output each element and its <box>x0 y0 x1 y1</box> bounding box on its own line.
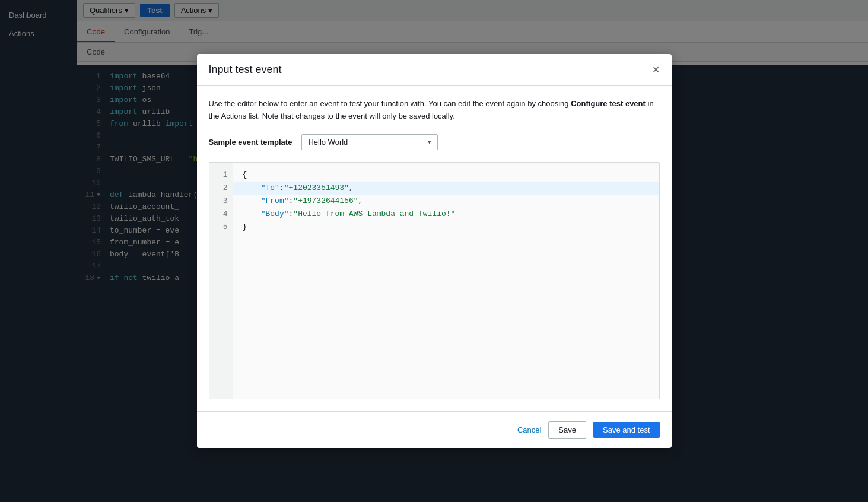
modal-title: Input test event <box>209 63 282 76</box>
cancel-button[interactable]: Cancel <box>517 425 541 434</box>
json-linenum-2: 2 <box>214 182 228 195</box>
json-linenum-4: 4 <box>214 208 228 221</box>
modal-overlay: Input test event × Use the editor below … <box>0 0 868 502</box>
modal-description: Use the editor below to enter an event t… <box>209 98 660 123</box>
json-content[interactable]: { "To": "+12023351493", "From": "+197326… <box>233 163 659 399</box>
json-line-3: "From": "+19732644156", <box>243 195 650 208</box>
template-row: Sample event template Hello World ▾ <box>209 134 660 150</box>
json-line-4: "Body": "Hello from AWS Lambda and Twili… <box>243 208 650 221</box>
modal-desc-bold: Configure test event <box>571 99 646 108</box>
modal-close-button[interactable]: × <box>653 63 660 75</box>
template-select-value: Hello World <box>308 138 348 147</box>
json-line-1: { <box>243 169 650 182</box>
json-line-5: } <box>243 221 650 234</box>
modal-header: Input test event × <box>197 54 672 86</box>
json-line-2: "To": "+12023351493", <box>233 182 659 195</box>
save-button[interactable]: Save <box>548 421 586 439</box>
modal-desc-part1: Use the editor below to enter an event t… <box>209 99 571 108</box>
json-editor[interactable]: 1 2 3 4 5 { "To": "+12023351493", "From"… <box>209 162 660 399</box>
modal: Input test event × Use the editor below … <box>197 54 672 449</box>
template-select-dropdown[interactable]: Hello World ▾ <box>301 134 438 150</box>
modal-body: Use the editor below to enter an event t… <box>197 86 672 412</box>
modal-footer: Cancel Save Save and test <box>197 411 672 448</box>
template-select-arrow-icon: ▾ <box>428 138 431 146</box>
json-line-numbers: 1 2 3 4 5 <box>209 163 233 399</box>
json-linenum-1: 1 <box>214 169 228 182</box>
save-and-test-button[interactable]: Save and test <box>593 422 660 438</box>
template-label: Sample event template <box>209 138 292 147</box>
json-linenum-5: 5 <box>214 221 228 234</box>
json-linenum-3: 3 <box>214 195 228 208</box>
